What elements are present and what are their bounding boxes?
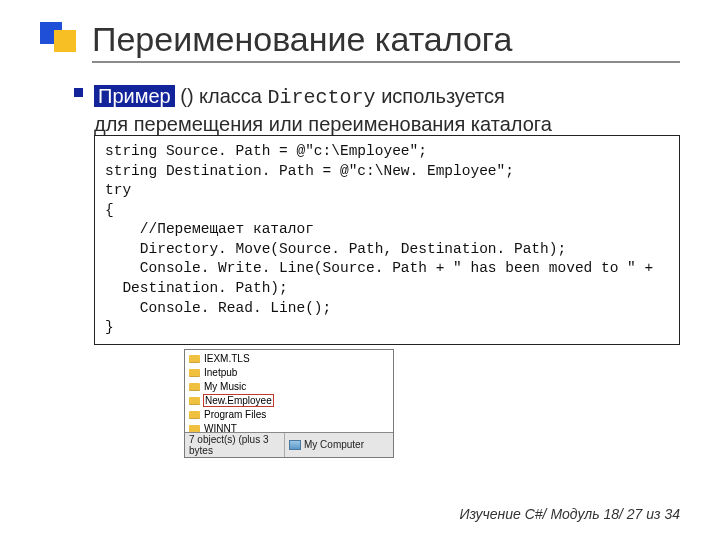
folder-icon bbox=[189, 355, 200, 363]
explorer-list: IEXM.TLSInetpubMy MusicNew.EmployeeProgr… bbox=[185, 350, 393, 432]
folder-icon bbox=[189, 425, 200, 432]
folder-label: IEXM.TLS bbox=[204, 353, 250, 364]
intro-text-b: используется bbox=[376, 85, 505, 107]
folder-icon bbox=[189, 369, 200, 377]
list-item[interactable]: My Music bbox=[185, 380, 393, 394]
folder-label: Program Files bbox=[204, 409, 266, 420]
list-item[interactable]: Inetpub bbox=[185, 366, 393, 380]
folder-label: My Music bbox=[204, 381, 246, 392]
bullet-icon bbox=[74, 88, 83, 97]
intro-line-1: Пример () класса Directory используется bbox=[94, 83, 680, 111]
folder-label: WINNT bbox=[204, 423, 237, 432]
intro-line-2: для перемещения или переименования катал… bbox=[94, 113, 680, 136]
folder-label: Inetpub bbox=[204, 367, 237, 378]
folder-icon bbox=[189, 397, 200, 405]
folder-label: New.Employee bbox=[203, 394, 274, 407]
explorer-statusbar: 7 object(s) (plus 3 bytes My Computer bbox=[185, 432, 393, 457]
intro-text-a: () класса bbox=[175, 85, 268, 107]
class-name: Directory bbox=[268, 86, 376, 109]
computer-icon bbox=[289, 440, 301, 450]
explorer-window: IEXM.TLSInetpubMy MusicNew.EmployeeProgr… bbox=[184, 349, 394, 458]
slide-title: Переименование каталога bbox=[92, 20, 680, 63]
list-item[interactable]: IEXM.TLS bbox=[185, 352, 393, 366]
footer-text: Изучение C#/ Модуль 18/ 27 из 34 bbox=[459, 506, 680, 522]
code-block: string Source. Path = @"c:\Employee"; st… bbox=[94, 135, 680, 345]
slide: Переименование каталога Пример () класса… bbox=[0, 0, 720, 540]
list-item[interactable]: WINNT bbox=[185, 422, 393, 432]
content: Пример () класса Directory используется … bbox=[40, 83, 680, 458]
list-item[interactable]: Program Files bbox=[185, 408, 393, 422]
status-left: 7 object(s) (plus 3 bytes bbox=[185, 433, 285, 457]
highlight-label: Пример bbox=[94, 85, 175, 107]
folder-icon bbox=[189, 383, 200, 391]
folder-icon bbox=[189, 411, 200, 419]
list-item[interactable]: New.Employee bbox=[185, 394, 393, 408]
logo-icon bbox=[40, 22, 80, 62]
status-right: My Computer bbox=[285, 433, 393, 457]
header: Переименование каталога bbox=[40, 20, 680, 63]
status-right-label: My Computer bbox=[304, 439, 364, 450]
